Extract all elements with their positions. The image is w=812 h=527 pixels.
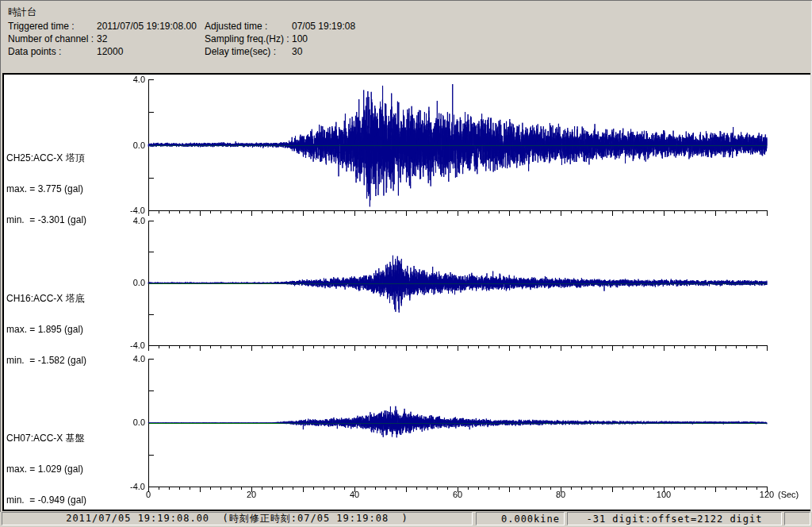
channel-max: max. = 1.895 (gal) [6, 325, 147, 335]
status-digit-panel: -31 digit:offset=2122 digit [567, 512, 782, 525]
channel-min: min. = -3.301 (gal) [6, 215, 147, 225]
y-tick-label: 4.0 [120, 75, 145, 84]
channel-min: min. = -1.582 (gal) [6, 356, 147, 366]
x-tick-label: 60 [440, 490, 475, 499]
channel-count-label: Number of channel : [8, 33, 94, 44]
x-tick-label: 0 [131, 490, 166, 499]
triggered-time-value: 2011/07/05 19:19:08.00 [97, 21, 197, 32]
adjusted-time-value: 07/05 19:19:08 [292, 21, 355, 32]
status-kine-panel: 0.000kine [476, 512, 565, 525]
delay-time-label: Delay time(sec) : [205, 46, 276, 57]
channel-count-value: 32 [97, 33, 107, 44]
x-tick-label: 100 [646, 490, 681, 499]
data-points-value: 12000 [97, 46, 123, 57]
channel-info-ch16: CH16:ACC-X 塔底 max. = 1.895 (gal) min. = … [6, 273, 147, 387]
adjusted-time-label: Adjusted time : [205, 21, 267, 32]
delay-time-value: 30 [292, 46, 302, 57]
app-title: 時計台 [8, 6, 36, 17]
channel-label: CH16:ACC-X 塔底 [6, 294, 147, 304]
x-axis-unit: (Sec) [778, 490, 799, 499]
channel-label: CH25:ACC-X 塔頂 [6, 153, 147, 163]
channel-max: max. = 1.029 (gal) [6, 464, 147, 475]
channel-info-ch25: CH25:ACC-X 塔頂 max. = 3.775 (gal) min. = … [6, 133, 147, 246]
channel-info-ch07: CH07:ACC-X 基盤 max. = 1.029 (gal) min. = … [6, 413, 147, 526]
x-tick-label: 40 [337, 490, 372, 499]
x-tick-label: 20 [234, 490, 269, 499]
x-tick-label: 80 [543, 490, 578, 499]
triggered-time-label: Triggered time : [8, 21, 75, 32]
sampling-freq-value: 100 [292, 33, 308, 44]
status-empty-panel [784, 512, 810, 525]
app-window: 時計台 Triggered time : 2011/07/05 19:19:08… [0, 0, 812, 527]
channel-min: min. = -0.949 (gal) [6, 495, 147, 506]
channel-max: max. = 3.775 (gal) [6, 184, 147, 194]
channel-label: CH07:ACC-X 基盤 [6, 433, 147, 444]
sampling-freq-label: Sampling freq.(Hz) : [205, 33, 289, 44]
data-points-label: Data points : [8, 46, 61, 57]
